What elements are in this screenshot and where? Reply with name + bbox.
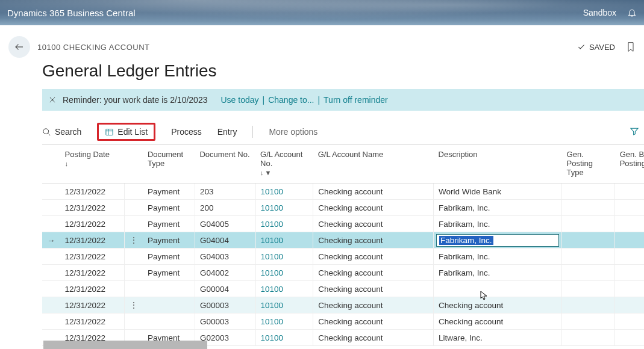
table-row[interactable]: 12/31/2022PaymentG0400210100Checking acc… (42, 265, 644, 281)
cell-doc-no[interactable]: G00004 (195, 281, 255, 297)
cell-doc-no[interactable]: 203 (195, 184, 255, 200)
cell-posting-date[interactable]: 12/31/2022 (60, 232, 125, 249)
cell-doc-type[interactable] (143, 281, 195, 297)
search-action[interactable]: Search (42, 127, 81, 137)
cell-gen-posting-type[interactable] (562, 200, 615, 216)
col-doc-no[interactable]: Document No. (195, 145, 255, 184)
cell-doc-type[interactable] (143, 313, 195, 330)
col-gl-acct-no[interactable]: G/L Account No. ↓▼ (255, 145, 313, 184)
cell-gen-posting-type[interactable] (562, 184, 615, 200)
cell-gen-bus-posting[interactable] (615, 184, 644, 200)
bookmark-icon[interactable] (626, 41, 636, 53)
cell-gl-no[interactable]: 10100 (255, 232, 313, 249)
cell-gl-no[interactable]: 10100 (255, 281, 313, 297)
cell-gl-name[interactable]: Checking account (313, 184, 434, 200)
col-gen-bus-posting[interactable]: Gen. Bu Posting (615, 145, 644, 184)
cell-gen-posting-type[interactable] (562, 330, 615, 346)
cell-posting-date[interactable]: 12/31/2022 (60, 184, 125, 200)
cell-description[interactable]: Fabrikam, Inc. (434, 200, 562, 216)
cell-gen-bus-posting[interactable] (615, 281, 644, 297)
cell-gl-name[interactable]: Checking account (313, 297, 434, 313)
cell-gl-no[interactable]: 10100 (255, 297, 313, 313)
cell-doc-no[interactable]: G00003 (195, 313, 255, 330)
cell-gl-name[interactable]: Checking account (313, 313, 434, 330)
cell-gen-bus-posting[interactable] (615, 200, 644, 216)
col-description[interactable]: Description (434, 145, 562, 184)
cell-gl-no[interactable]: 10100 (255, 216, 313, 232)
cell-gen-posting-type[interactable] (562, 216, 615, 232)
cell-doc-type[interactable]: Payment (143, 184, 195, 200)
cell-gl-name[interactable]: Checking account (313, 281, 434, 297)
cell-gl-no[interactable]: 10100 (255, 313, 313, 330)
cell-doc-no[interactable]: G04004 (195, 232, 255, 249)
table-row[interactable]: 12/31/2022G0000310100Checking accountChe… (42, 313, 644, 330)
process-action[interactable]: Process (171, 127, 202, 137)
cell-posting-date[interactable]: 12/31/2022 (60, 249, 125, 265)
table-row[interactable]: 12/31/2022G0000410100Checking account (42, 281, 644, 297)
cell-gl-no[interactable]: 10100 (255, 184, 313, 200)
cell-description[interactable]: Fabrikam, Inc. (434, 232, 562, 249)
cell-gen-bus-posting[interactable] (615, 216, 644, 232)
cell-gl-no[interactable]: 10100 (255, 330, 313, 346)
notifications-icon[interactable] (627, 8, 637, 17)
cell-posting-date[interactable]: 12/31/2022 (60, 281, 125, 297)
row-menu-icon[interactable]: ⋮ (130, 301, 138, 310)
cell-posting-date[interactable]: 12/31/2022 (60, 297, 125, 313)
use-today-link[interactable]: Use today (220, 95, 258, 105)
cell-gen-posting-type[interactable] (562, 297, 615, 313)
entry-action[interactable]: Entry (217, 127, 237, 137)
cell-gl-name[interactable]: Checking account (313, 249, 434, 265)
cell-gen-bus-posting[interactable] (615, 232, 644, 249)
cell-gl-no[interactable]: 10100 (255, 249, 313, 265)
horizontal-scrollbar[interactable] (43, 341, 207, 349)
cell-description[interactable]: World Wide Bank (434, 184, 562, 200)
cell-gen-posting-type[interactable] (562, 249, 615, 265)
cell-gen-bus-posting[interactable] (615, 249, 644, 265)
table-row[interactable]: 12/31/2022⋮G0000310100Checking accountCh… (42, 297, 644, 313)
col-gl-acct-name[interactable]: G/L Account Name (313, 145, 434, 184)
cell-doc-no[interactable]: G04002 (195, 265, 255, 281)
cell-gl-name[interactable]: Checking account (313, 216, 434, 232)
cell-gen-bus-posting[interactable] (615, 330, 644, 346)
cell-doc-type[interactable]: Payment (143, 200, 195, 216)
close-icon[interactable] (48, 96, 57, 104)
cell-description[interactable]: Fabrikam, Inc. (434, 249, 562, 265)
cell-gen-posting-type[interactable] (562, 232, 615, 249)
cell-description[interactable]: Litware, Inc. (434, 330, 562, 346)
cell-doc-no[interactable]: G00003 (195, 297, 255, 313)
cell-gl-no[interactable]: 10100 (255, 265, 313, 281)
cell-gl-no[interactable]: 10100 (255, 200, 313, 216)
table-row[interactable]: 12/31/2022Payment20010100Checking accoun… (42, 200, 644, 216)
edit-list-action[interactable]: Edit List (105, 127, 148, 137)
table-row[interactable]: 12/31/2022PaymentG0400510100Checking acc… (42, 216, 644, 232)
cell-description[interactable] (434, 281, 562, 297)
cell-description[interactable]: Fabrikam, Inc. (434, 265, 562, 281)
cell-doc-type[interactable]: Payment (143, 232, 195, 249)
cell-doc-type[interactable]: Payment (143, 249, 195, 265)
cell-doc-type[interactable]: Payment (143, 216, 195, 232)
cell-doc-no[interactable]: 200 (195, 200, 255, 216)
change-to-link[interactable]: Change to... (268, 95, 314, 105)
description-input[interactable]: Fabrikam, Inc. (436, 234, 559, 247)
filter-icon[interactable] (630, 126, 639, 136)
cell-gl-name[interactable]: Checking account (313, 330, 434, 346)
cell-doc-type[interactable] (143, 297, 195, 313)
cell-gl-name[interactable]: Checking account (313, 232, 434, 249)
back-button[interactable] (8, 36, 30, 58)
col-posting-date[interactable]: Posting Date↓ (60, 145, 125, 184)
cell-description[interactable]: Fabrikam, Inc. (434, 216, 562, 232)
cell-gl-name[interactable]: Checking account (313, 265, 434, 281)
cell-gen-posting-type[interactable] (562, 265, 615, 281)
cell-posting-date[interactable]: 12/31/2022 (60, 313, 125, 330)
cell-doc-type[interactable]: Payment (143, 265, 195, 281)
cell-description[interactable]: Checking account (434, 297, 562, 313)
cell-gen-bus-posting[interactable] (615, 297, 644, 313)
turn-off-link[interactable]: Turn off reminder (324, 95, 388, 105)
cell-gen-bus-posting[interactable] (615, 313, 644, 330)
cell-gen-posting-type[interactable] (562, 281, 615, 297)
more-options-action[interactable]: More options (269, 127, 317, 137)
cell-posting-date[interactable]: 12/31/2022 (60, 216, 125, 232)
cell-gen-posting-type[interactable] (562, 313, 615, 330)
cell-doc-no[interactable]: G04005 (195, 216, 255, 232)
cell-doc-no[interactable]: G04003 (195, 249, 255, 265)
